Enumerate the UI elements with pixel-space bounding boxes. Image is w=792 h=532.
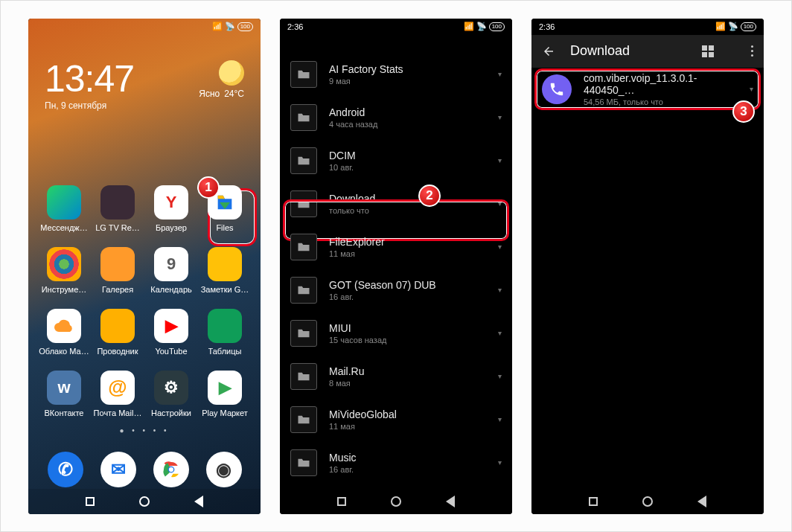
status-bar: 2:36 📶 📡 100: [531, 19, 764, 35]
nav-back-button[interactable]: [697, 496, 706, 507]
app-files[interactable]: Files: [198, 185, 252, 232]
dock-phone[interactable]: ✆: [48, 452, 83, 487]
folder-item-android[interactable]: Android4 часа назад▾: [280, 96, 512, 139]
folder-subtext: 15 часов назад: [329, 336, 486, 344]
folder-item-music[interactable]: Music16 авг.▾: [280, 441, 512, 484]
home-screen: 📶 📡 100 13:47 Пн, 9 сентября Ясно 24°C М…: [28, 19, 261, 514]
folder-item-dcim[interactable]: DCIM10 авг.▾: [280, 139, 512, 182]
app-label: ВКонтакте: [45, 408, 84, 417]
title-bar: Download: [531, 35, 764, 68]
chevron-down-icon[interactable]: ▾: [498, 372, 502, 380]
nav-bar: [280, 489, 512, 514]
app-browser[interactable]: YБраузер: [144, 185, 198, 232]
app-icon-lgtvremote: [100, 185, 135, 219]
chevron-down-icon[interactable]: ▾: [498, 329, 502, 337]
weather-temp: 24°C: [224, 89, 244, 99]
nav-back-button[interactable]: [446, 496, 455, 507]
app-lgtvremote[interactable]: LG TV Re…: [91, 185, 144, 232]
chevron-down-icon[interactable]: ▾: [498, 113, 502, 121]
app-label: Files: [216, 223, 233, 232]
folder-subtext: 4 часа назад: [329, 120, 486, 129]
folder-subtext: 11 мая: [329, 249, 486, 258]
app-explorer[interactable]: Проводник: [91, 309, 144, 356]
folder-item-ai-factory-stats[interactable]: AI Factory Stats9 мая▾: [280, 53, 512, 96]
app-icon-explorer: [100, 309, 135, 343]
nav-recent-button[interactable]: [337, 497, 346, 506]
folder-name: AI Factory Stats: [329, 63, 486, 75]
folder-name: Music: [329, 452, 486, 464]
folder-item-got-season-07-dub[interactable]: GOT (Season 07) DUB16 авг.▾: [280, 269, 512, 312]
more-menu-icon[interactable]: [751, 45, 753, 57]
file-item-viber-apk[interactable]: com.viber.voip_11.3.0.1-440450_… 54,56 М…: [531, 68, 764, 111]
dock-chrome[interactable]: [153, 452, 189, 487]
folder-item-fileexplorer[interactable]: FileExplorer11 мая▾: [280, 225, 512, 269]
dock-messages[interactable]: ✉: [100, 452, 136, 487]
dock-camera[interactable]: ◉: [206, 452, 242, 487]
signal-icon: 📶: [212, 22, 223, 31]
chevron-down-icon[interactable]: ▾: [498, 458, 502, 467]
app-youtube[interactable]: ▶YouTube: [144, 309, 198, 356]
back-arrow-icon[interactable]: [542, 45, 555, 58]
folder-icon: [290, 147, 317, 174]
weather-widget[interactable]: Ясно 24°C: [199, 60, 244, 99]
svg-point-2: [168, 467, 173, 471]
clock-date: Пн, 9 сентября: [45, 100, 134, 111]
view-grid-icon[interactable]: [702, 45, 714, 57]
app-cloudmail[interactable]: Облако Ма…: [37, 309, 91, 356]
status-clock: 2:36: [287, 22, 303, 31]
clock-widget[interactable]: 13:47 Пн, 9 сентября Ясно 24°C: [28, 35, 261, 111]
folder-item-mail-ru[interactable]: Mail.Ru8 мая▾: [280, 355, 512, 398]
app-messengers[interactable]: Мессендж…: [37, 185, 91, 232]
folder-icon: [290, 61, 317, 88]
app-label: YouTube: [155, 347, 187, 356]
folder-item-miui[interactable]: MIUI15 часов назад▾: [280, 312, 512, 355]
chevron-down-icon[interactable]: ▾: [498, 415, 502, 423]
chevron-down-icon[interactable]: ▾: [498, 286, 502, 294]
app-playmarket[interactable]: ▶Play Маркет: [198, 371, 252, 417]
app-mail[interactable]: @Почта Mail…: [91, 371, 144, 417]
nav-home-button[interactable]: [139, 496, 150, 507]
chevron-down-icon[interactable]: ▾: [498, 70, 502, 78]
app-calendar[interactable]: 9Календарь: [144, 247, 198, 294]
app-icon-gallery: [100, 247, 135, 281]
nav-home-button[interactable]: [391, 496, 401, 507]
chevron-down-icon[interactable]: ▾: [750, 85, 753, 93]
app-vk[interactable]: wВКонтакте: [37, 371, 91, 417]
app-label: Мессендж…: [40, 223, 87, 232]
folder-name: MiVideoGlobal: [329, 408, 486, 420]
app-label: Play Маркет: [202, 408, 248, 417]
chevron-down-icon[interactable]: ▾: [498, 199, 502, 208]
wifi-icon: 📡: [476, 22, 487, 31]
folder-icon: [290, 104, 317, 131]
app-tools[interactable]: Инструме…: [37, 247, 91, 294]
battery-indicator: 100: [741, 22, 756, 31]
app-icon-files: [208, 185, 242, 219]
app-settings[interactable]: ⚙Настройки: [144, 371, 198, 417]
app-gallery[interactable]: Галерея: [91, 247, 144, 294]
folder-name: MIUI: [329, 322, 486, 334]
folder-icon: [290, 406, 317, 433]
file-list: com.viber.voip_11.3.0.1-440450_… 54,56 М…: [531, 68, 764, 111]
chevron-down-icon[interactable]: ▾: [498, 156, 502, 164]
app-label: Настройки: [151, 408, 191, 417]
folder-list[interactable]: AI Factory Stats9 мая▾Android4 часа наза…: [280, 53, 512, 484]
app-sheets[interactable]: Таблицы: [198, 309, 252, 356]
folder-name: Download: [329, 193, 486, 205]
nav-home-button[interactable]: [642, 496, 653, 507]
app-icon-settings: ⚙: [154, 371, 188, 405]
app-label: Галерея: [102, 285, 133, 294]
app-notes[interactable]: Заметки G…: [198, 247, 252, 294]
folder-item-download[interactable]: Downloadтолько что▾: [280, 182, 512, 225]
nav-recent-button[interactable]: [86, 497, 95, 506]
page-indicator: ● • • • •: [28, 426, 261, 435]
weather-label: Ясно: [199, 89, 220, 99]
folder-item-mivideoglobal[interactable]: MiVideoGlobal11 мая▾: [280, 398, 512, 441]
app-label: LG TV Re…: [95, 223, 140, 232]
app-icon-notes: [208, 247, 242, 281]
app-label: Календарь: [150, 285, 192, 294]
nav-back-button[interactable]: [194, 496, 203, 507]
app-icon-tools: [47, 247, 81, 281]
chevron-down-icon[interactable]: ▾: [498, 243, 502, 251]
folder-icon: [290, 320, 317, 347]
nav-recent-button[interactable]: [589, 497, 598, 506]
